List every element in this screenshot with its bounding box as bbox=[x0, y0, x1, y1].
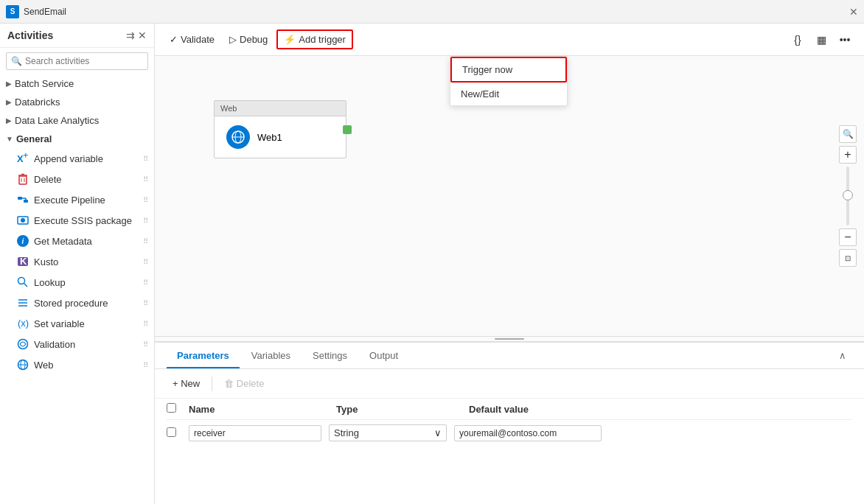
close-icon[interactable]: ✕ bbox=[849, 6, 858, 18]
execute-ssis-icon bbox=[16, 214, 29, 227]
drag-handle-icon: ⠿ bbox=[143, 196, 148, 204]
window-title: SendEmail bbox=[24, 7, 845, 17]
param-type-value: String bbox=[334, 427, 359, 438]
trigger-icon: ⚡ bbox=[284, 34, 296, 45]
sidebar-item-databricks[interactable]: ▶ Databricks bbox=[0, 93, 154, 111]
param-default-input[interactable] bbox=[454, 425, 602, 441]
sidebar-group-general: ▼ General X + Append variable ⠿ bbox=[0, 130, 154, 375]
execute-pipeline-label: Execute Pipeline bbox=[34, 195, 105, 206]
web-label: Web bbox=[34, 360, 54, 371]
batch-service-label: Batch Service bbox=[15, 78, 74, 89]
param-name-input[interactable] bbox=[189, 425, 321, 441]
template-button[interactable]: ▦ bbox=[811, 29, 832, 50]
sidebar-group-databricks: ▶ Databricks bbox=[0, 93, 154, 111]
general-label: General bbox=[16, 133, 52, 144]
svg-line-16 bbox=[24, 284, 28, 287]
svg-rect-7 bbox=[18, 197, 22, 200]
sidebar-item-batch-service[interactable]: ▶ Batch Service bbox=[0, 74, 154, 93]
collapse-icon[interactable]: ⇉ bbox=[126, 29, 135, 41]
bottom-panel-tabs: Parameters Variables Settings Output ∧ bbox=[155, 343, 864, 369]
activity-node-name: Web1 bbox=[257, 132, 282, 143]
delete-parameter-button[interactable]: 🗑 Delete bbox=[218, 375, 270, 392]
drag-handle-icon: ⠿ bbox=[143, 258, 148, 266]
sidebar-item-kusto[interactable]: K Kusto ⠿ bbox=[0, 251, 154, 272]
drag-handle-icon: ⠿ bbox=[143, 340, 148, 349]
trigger-now-item[interactable]: Trigger now bbox=[450, 57, 567, 83]
drag-handle-icon: ⠿ bbox=[143, 361, 148, 369]
sidebar-item-web[interactable]: Web ⠿ bbox=[0, 354, 154, 375]
validate-button[interactable]: ✓ Validate bbox=[164, 31, 220, 48]
stored-procedure-label: Stored procedure bbox=[34, 298, 108, 309]
select-all-checkbox[interactable] bbox=[167, 403, 176, 413]
svg-point-15 bbox=[18, 278, 25, 284]
execute-ssis-label: Execute SSIS package bbox=[34, 215, 132, 226]
sidebar-item-validation[interactable]: Validation ⠿ bbox=[0, 334, 154, 354]
row-checkbox[interactable] bbox=[167, 427, 176, 437]
svg-text:(x): (x) bbox=[18, 318, 29, 329]
tab-settings[interactable]: Settings bbox=[302, 344, 358, 368]
bottom-panel-collapse-icon[interactable]: ∧ bbox=[833, 350, 852, 361]
debug-label: Debug bbox=[240, 34, 268, 45]
zoom-thumb[interactable] bbox=[843, 190, 853, 200]
validation-icon bbox=[16, 337, 29, 351]
row-checkbox-col bbox=[167, 427, 189, 439]
svg-text:K: K bbox=[20, 256, 27, 267]
header-checkbox-col bbox=[167, 403, 189, 415]
append-variable-label: Append variable bbox=[34, 153, 103, 164]
panel-divider[interactable] bbox=[155, 336, 864, 342]
drag-handle-icon: ⠿ bbox=[143, 299, 148, 307]
tab-variables[interactable]: Variables bbox=[241, 344, 301, 368]
sidebar-item-lookup[interactable]: Lookup ⠿ bbox=[0, 272, 154, 293]
get-metadata-icon: i bbox=[16, 234, 29, 248]
activity-node-body: Web1 bbox=[215, 116, 346, 158]
activity-node-web1[interactable]: Web Web1 bbox=[214, 100, 346, 158]
add-trigger-dropdown: Trigger now New/Edit bbox=[450, 56, 568, 106]
add-trigger-button[interactable]: ⚡ Add trigger bbox=[276, 29, 353, 49]
tab-output[interactable]: Output bbox=[359, 344, 408, 368]
code-view-button[interactable]: {} bbox=[787, 29, 808, 50]
search-input[interactable] bbox=[25, 56, 143, 66]
set-variable-icon: (x) bbox=[16, 317, 29, 330]
canvas-search-button[interactable]: 🔍 bbox=[839, 125, 857, 143]
sidebar-item-execute-pipeline[interactable]: Execute Pipeline ⠿ bbox=[0, 189, 154, 210]
sidebar-item-execute-ssis[interactable]: Execute SSIS package ⠿ bbox=[0, 210, 154, 231]
zoom-slider[interactable] bbox=[846, 167, 849, 225]
zoom-in-button[interactable]: + bbox=[839, 146, 857, 164]
validation-label: Validation bbox=[34, 339, 75, 350]
main-layout: Activities ⇉ ✕ 🔍 ▶ Batch Service ▶ Datab… bbox=[0, 24, 864, 504]
get-metadata-label: Get Metadata bbox=[34, 236, 92, 247]
sidebar-item-stored-procedure[interactable]: Stored procedure ⠿ bbox=[0, 293, 154, 313]
chevron-right-icon: ▶ bbox=[6, 116, 12, 125]
sidebar-item-general[interactable]: ▼ General bbox=[0, 130, 154, 148]
svg-point-21 bbox=[18, 340, 28, 349]
table-header: Name Type Default value bbox=[167, 399, 852, 420]
debug-button[interactable]: ▷ Debug bbox=[223, 31, 274, 48]
search-box[interactable]: 🔍 bbox=[6, 52, 148, 70]
sidebar-item-delete[interactable]: Delete ⠿ bbox=[0, 169, 154, 189]
sidebar-item-get-metadata[interactable]: i Get Metadata ⠿ bbox=[0, 231, 154, 251]
svg-text:+: + bbox=[23, 153, 29, 161]
chevron-down-icon: ▼ bbox=[6, 135, 13, 143]
sidebar-group-data-lake: ▶ Data Lake Analytics bbox=[0, 111, 154, 130]
more-options-button[interactable]: ••• bbox=[835, 29, 855, 50]
toolbar-right: {} ▦ ••• bbox=[787, 29, 855, 50]
globe-icon bbox=[226, 125, 250, 149]
new-parameter-button[interactable]: + New bbox=[167, 375, 206, 392]
sidebar-item-append-variable[interactable]: X + Append variable ⠿ bbox=[0, 148, 154, 169]
add-trigger-label: Add trigger bbox=[299, 34, 346, 45]
zoom-controls: 🔍 + − ⊡ bbox=[839, 56, 857, 336]
sidebar-close-icon[interactable]: ✕ bbox=[138, 29, 147, 41]
debug-icon: ▷ bbox=[229, 34, 237, 45]
tab-parameters[interactable]: Parameters bbox=[167, 344, 240, 368]
lookup-label: Lookup bbox=[34, 277, 66, 288]
activity-connector bbox=[343, 125, 352, 134]
param-type-dropdown[interactable]: String ∨ bbox=[329, 424, 447, 441]
drag-handle-icon: ⠿ bbox=[143, 155, 148, 163]
web-icon bbox=[16, 358, 29, 371]
sidebar-item-data-lake-analytics[interactable]: ▶ Data Lake Analytics bbox=[0, 111, 154, 130]
fit-button[interactable]: ⊡ bbox=[839, 249, 857, 267]
zoom-out-button[interactable]: − bbox=[839, 228, 857, 246]
sidebar-item-set-variable[interactable]: (x) Set variable ⠿ bbox=[0, 313, 154, 334]
stored-procedure-icon bbox=[16, 296, 29, 309]
new-edit-item[interactable]: New/Edit bbox=[450, 83, 567, 105]
